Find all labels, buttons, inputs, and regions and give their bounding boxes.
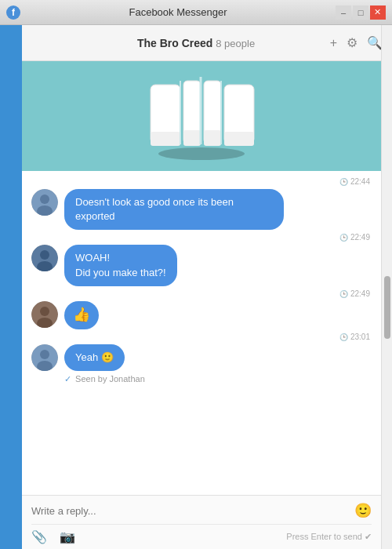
titlebar: f Facebook Messenger – □ ✕ xyxy=(0,0,392,25)
bubble-4: Yeah 🙂 xyxy=(64,344,125,371)
message-row-2: WOAH!Did you make that?! xyxy=(31,245,372,285)
svg-rect-8 xyxy=(224,132,254,146)
group-name: The Bro Creed xyxy=(137,37,212,49)
chat-header: The Bro Creed 8 people + ⚙ 🔍 xyxy=(0,25,392,61)
seen-indicator: ✓ Seen by Jonathan xyxy=(64,374,372,384)
right-sidebar xyxy=(381,25,392,549)
bubble-1: Doesn't look as good once its been expor… xyxy=(64,189,284,230)
input-area: 🙂 📎 📷 Press Enter to send ✔ xyxy=(22,495,381,549)
timestamp-2: 🕒 22:49 xyxy=(31,233,372,242)
clock-icon-1: 🕒 xyxy=(339,178,348,186)
people-count: 8 people xyxy=(216,38,255,49)
clock-icon-2: 🕒 xyxy=(339,234,348,242)
thumbs-up-icon: 👍 xyxy=(73,305,90,325)
toolbar-left: 📎 📷 xyxy=(31,529,75,544)
search-icon[interactable]: 🔍 xyxy=(367,35,383,50)
scrollbar-thumb[interactable] xyxy=(384,276,390,339)
header-actions: + ⚙ 🔍 xyxy=(330,35,383,50)
timestamp-3: 🕒 22:49 xyxy=(31,289,372,298)
settings-icon[interactable]: ⚙ xyxy=(347,35,358,50)
svg-point-16 xyxy=(40,250,49,260)
attachment-icon[interactable]: 📎 xyxy=(31,529,47,544)
svg-rect-4 xyxy=(183,130,201,146)
avatar-3 xyxy=(31,301,58,328)
minimize-button[interactable]: – xyxy=(336,5,351,20)
chat-header-title: The Bro Creed 8 people xyxy=(137,37,255,49)
app-title: Facebook Messenger xyxy=(129,6,227,18)
reply-input[interactable] xyxy=(31,505,348,517)
bubble-2: WOAH!Did you make that?! xyxy=(64,245,177,285)
emoji-picker-button[interactable]: 🙂 xyxy=(354,502,372,519)
timestamp-4: 🕒 23:01 xyxy=(31,333,372,341)
add-person-button[interactable]: + xyxy=(330,36,337,50)
checkmark-icon: ✔ xyxy=(365,532,372,541)
image-preview xyxy=(22,61,381,171)
messages-area: 🕒 22:44 Doesn't look as good once its be… xyxy=(22,171,381,495)
svg-point-13 xyxy=(40,195,49,204)
app-icon: f xyxy=(6,5,20,20)
svg-point-0 xyxy=(158,147,245,160)
chat-container: 🕒 22:44 Doesn't look as good once its be… xyxy=(22,61,381,549)
avatar-2 xyxy=(31,245,58,271)
teeth-illustration xyxy=(131,69,272,163)
message-row-4: Yeah 🙂 xyxy=(31,344,372,371)
maximize-button[interactable]: □ xyxy=(353,5,368,20)
timestamp-1: 🕒 22:44 xyxy=(31,177,372,186)
svg-rect-6 xyxy=(204,130,221,146)
clock-icon-3: 🕒 xyxy=(339,290,348,298)
seen-by-text: Seen by Jonathan xyxy=(75,374,145,384)
reply-input-row: 🙂 xyxy=(31,502,372,519)
seen-check-icon: ✓ xyxy=(64,374,71,384)
message-row-3: 👍 xyxy=(31,301,372,329)
svg-point-22 xyxy=(40,350,49,359)
clock-icon-4: 🕒 xyxy=(339,333,348,341)
avatar-1 xyxy=(31,189,58,216)
bubble-like: 👍 xyxy=(64,301,99,329)
window-controls: – □ ✕ xyxy=(336,5,386,20)
enter-to-send-label: Press Enter to send ✔ xyxy=(286,532,372,542)
svg-point-19 xyxy=(40,307,49,316)
close-button[interactable]: ✕ xyxy=(370,5,386,20)
avatar-4 xyxy=(31,344,58,371)
message-row-1: Doesn't look as good once its been expor… xyxy=(31,189,372,230)
input-toolbar: 📎 📷 Press Enter to send ✔ xyxy=(31,524,372,544)
left-sidebar xyxy=(0,25,22,549)
camera-icon[interactable]: 📷 xyxy=(60,529,75,544)
svg-rect-2 xyxy=(151,132,180,146)
